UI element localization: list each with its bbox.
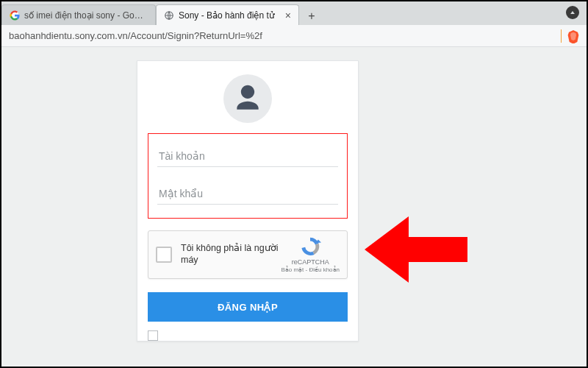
avatar-wrap bbox=[137, 61, 358, 133]
recaptcha-box: Tôi không phải là người máy reCAPTCHA Bả… bbox=[148, 230, 348, 279]
recaptcha-label: Tôi không phải là người máy bbox=[181, 243, 281, 266]
brave-shield-icon[interactable] bbox=[567, 30, 579, 42]
close-tab-icon[interactable]: × bbox=[285, 10, 291, 21]
tab-sony-warranty[interactable]: Sony - Bảo hành điện tử × bbox=[156, 4, 299, 25]
tab-google-search[interactable]: số imei điện thoại sony - Google Tìm bbox=[1, 4, 156, 25]
recaptcha-brand: reCAPTCHA Bảo mật - Điều khoản bbox=[281, 236, 340, 273]
remember-checkbox[interactable] bbox=[148, 330, 158, 341]
google-favicon-icon bbox=[10, 10, 20, 21]
browser-address-bar: baohanhdientu.sony.com.vn/Account/Signin… bbox=[1, 25, 587, 47]
new-tab-button[interactable]: + bbox=[302, 7, 321, 25]
address-url[interactable]: baohanhdientu.sony.com.vn/Account/Signin… bbox=[9, 30, 561, 41]
recaptcha-checkbox[interactable] bbox=[156, 247, 172, 263]
browser-tabstrip: số imei điện thoại sony - Google Tìm Son… bbox=[1, 1, 587, 25]
password-field-wrap bbox=[157, 183, 338, 205]
browser-menu-icon[interactable] bbox=[566, 6, 579, 19]
tab-title: số imei điện thoại sony - Google Tìm bbox=[24, 10, 148, 21]
login-button-label: ĐĂNG NHẬP bbox=[218, 302, 278, 313]
tab-title: Sony - Bảo hành điện tử bbox=[179, 10, 275, 21]
addrbar-separator bbox=[561, 29, 562, 43]
username-input[interactable] bbox=[157, 146, 338, 167]
globe-favicon-icon bbox=[164, 10, 174, 21]
recaptcha-logo-icon bbox=[299, 236, 321, 257]
avatar-placeholder-icon bbox=[223, 74, 272, 123]
username-field-wrap bbox=[157, 146, 338, 167]
password-input[interactable] bbox=[157, 183, 338, 205]
credentials-highlight-box bbox=[148, 133, 348, 219]
annotation-arrow-icon bbox=[365, 209, 467, 293]
page-viewport: Tôi không phải là người máy reCAPTCHA Bả… bbox=[1, 47, 587, 367]
svg-marker-3 bbox=[365, 216, 467, 283]
login-card: Tôi không phải là người máy reCAPTCHA Bả… bbox=[137, 60, 359, 342]
login-button[interactable]: ĐĂNG NHẬP bbox=[148, 292, 348, 322]
recaptcha-legal[interactable]: Bảo mật - Điều khoản bbox=[281, 266, 340, 274]
remember-row bbox=[148, 330, 348, 341]
recaptcha-brand-text: reCAPTCHA bbox=[281, 258, 340, 266]
